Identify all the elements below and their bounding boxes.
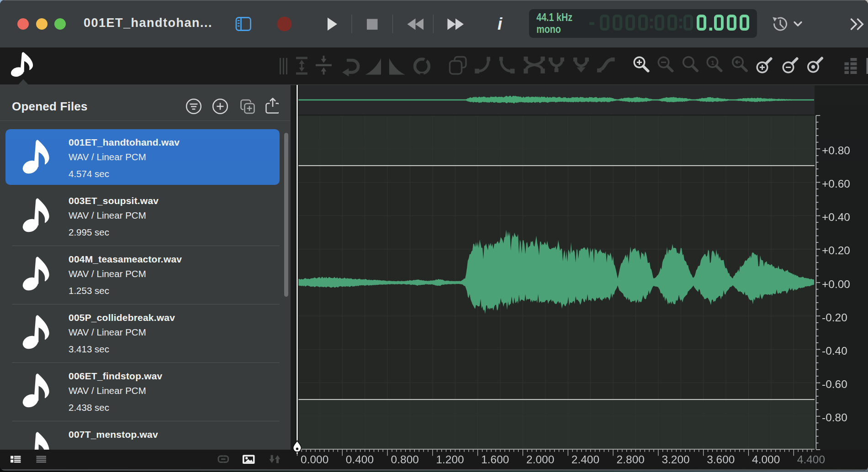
svg-text:+0.40: +0.40: [822, 211, 850, 223]
svg-text:4.400: 4.400: [797, 453, 825, 466]
svg-text:0.800: 0.800: [391, 453, 419, 466]
svg-text:+0.60: +0.60: [822, 178, 850, 190]
svg-text:44.1 kHz: 44.1 kHz: [536, 11, 572, 23]
svg-text:+0.20: +0.20: [822, 244, 850, 257]
svg-text:+0.00: +0.00: [822, 278, 850, 290]
svg-text:i: i: [498, 15, 503, 33]
svg-text:0.000: 0.000: [301, 453, 328, 466]
svg-text:-0.80: -0.80: [822, 411, 847, 424]
svg-text:-0.60: -0.60: [822, 378, 847, 390]
svg-text:mono: mono: [536, 23, 561, 35]
svg-text:-0.20: -0.20: [822, 311, 847, 324]
svg-text:-0.40: -0.40: [822, 345, 847, 357]
svg-text:2.800: 2.800: [617, 453, 645, 466]
svg-text:1.600: 1.600: [481, 453, 509, 466]
svg-text:+0.80: +0.80: [822, 144, 850, 157]
svg-text:1: 1: [711, 59, 715, 66]
svg-text:4.000: 4.000: [752, 453, 780, 466]
svg-text:3.600: 3.600: [707, 453, 735, 466]
svg-text:1.200: 1.200: [436, 453, 464, 466]
svg-text:3.200: 3.200: [662, 453, 689, 466]
svg-text:0.400: 0.400: [346, 453, 374, 466]
svg-text:2.400: 2.400: [572, 453, 599, 466]
svg-text:2.000: 2.000: [526, 453, 554, 466]
